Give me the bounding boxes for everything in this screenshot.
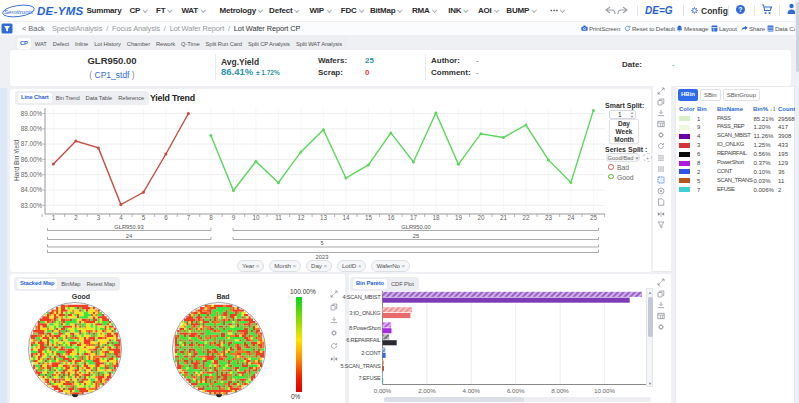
svg-text:17: 17 xyxy=(410,214,418,221)
svg-text:5: 5 xyxy=(320,240,323,246)
svg-text:25: 25 xyxy=(590,214,598,221)
svg-text:2: 2 xyxy=(74,214,78,221)
svg-text:0.00%: 0.00% xyxy=(374,387,392,394)
svg-text:9: 9 xyxy=(232,214,236,221)
svg-text:2.00%: 2.00% xyxy=(418,387,436,394)
svg-text:87.00%: 87.00% xyxy=(21,140,43,147)
svg-text:88.00%: 88.00% xyxy=(21,125,43,132)
svg-text:25: 25 xyxy=(413,233,419,239)
svg-text:5: 5 xyxy=(142,214,146,221)
svg-text:4.00%: 4.00% xyxy=(463,387,481,394)
svg-text:6.00%: 6.00% xyxy=(507,387,525,394)
svg-text:4:SCAN_MBIST: 4:SCAN_MBIST xyxy=(342,294,381,300)
svg-text:GLR950.93: GLR950.93 xyxy=(114,224,144,230)
svg-text:6:REPAIRFAIL: 6:REPAIRFAIL xyxy=(346,337,380,343)
svg-text:13: 13 xyxy=(320,214,328,221)
svg-text:83.00%: 83.00% xyxy=(21,202,43,209)
svg-text:1: 1 xyxy=(52,214,56,221)
svg-text:24: 24 xyxy=(567,214,575,221)
svg-text:GLR950.00: GLR950.00 xyxy=(401,224,431,230)
svg-text:23: 23 xyxy=(545,214,553,221)
svg-text:14: 14 xyxy=(342,214,350,221)
svg-text:11: 11 xyxy=(275,214,282,221)
svg-text:19: 19 xyxy=(455,214,463,221)
svg-text:8:PowerShort: 8:PowerShort xyxy=(349,325,381,331)
svg-text:15: 15 xyxy=(365,214,373,221)
svg-text:18: 18 xyxy=(432,214,440,221)
svg-text:22: 22 xyxy=(522,214,530,221)
svg-text:86.00%: 86.00% xyxy=(21,156,43,163)
svg-text:8.00%: 8.00% xyxy=(551,387,569,394)
svg-text:3: 3 xyxy=(97,214,101,221)
svg-text:2:CONT: 2:CONT xyxy=(361,350,381,356)
svg-text:21: 21 xyxy=(500,214,508,221)
svg-text:5:SCAN_TRANS: 5:SCAN_TRANS xyxy=(341,363,381,369)
svg-text:89.00%: 89.00% xyxy=(21,110,43,117)
svg-text:85.00%: 85.00% xyxy=(21,171,43,178)
svg-text:7: 7 xyxy=(187,214,191,221)
svg-text:10.00%: 10.00% xyxy=(594,387,615,394)
svg-text:8: 8 xyxy=(209,214,213,221)
svg-text:24: 24 xyxy=(126,233,133,239)
svg-text:7:EFUSE: 7:EFUSE xyxy=(359,375,381,381)
svg-text:12: 12 xyxy=(297,214,305,221)
svg-text:84.00%: 84.00% xyxy=(21,186,43,193)
svg-text:10: 10 xyxy=(252,214,260,221)
svg-text:6: 6 xyxy=(164,214,168,221)
svg-text:20: 20 xyxy=(477,214,485,221)
svg-text:4: 4 xyxy=(119,214,123,221)
svg-text:3:IO_ONLKG: 3:IO_ONLKG xyxy=(349,310,380,316)
svg-text:16: 16 xyxy=(387,214,395,221)
svg-text:Semitronix: Semitronix xyxy=(4,8,34,15)
